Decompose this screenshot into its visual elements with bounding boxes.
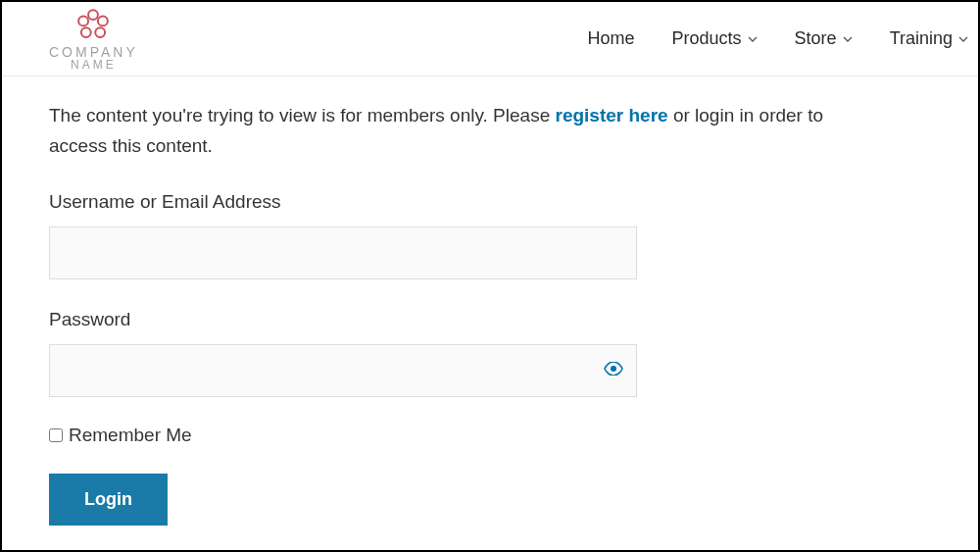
register-link[interactable]: register here <box>556 105 668 125</box>
login-button[interactable]: Login <box>49 474 168 526</box>
svg-point-4 <box>79 16 89 25</box>
remember-me-row: Remember Me <box>49 425 931 446</box>
remember-me-checkbox[interactable] <box>49 428 63 442</box>
site-logo[interactable]: COMPANY NAME <box>49 7 138 71</box>
password-label: Password <box>49 309 931 330</box>
nav-store[interactable]: Store <box>795 28 853 49</box>
nav-item-label: Training <box>890 28 953 49</box>
members-only-notice: The content you're trying to view is for… <box>49 100 882 162</box>
password-input[interactable] <box>49 344 637 397</box>
username-input[interactable] <box>49 226 637 279</box>
username-label: Username or Email Address <box>49 191 931 213</box>
notice-text-before: The content you're trying to view is for… <box>49 105 556 125</box>
svg-point-5 <box>611 366 616 372</box>
remember-me-label: Remember Me <box>69 425 192 446</box>
main-nav: Home Products Store Training <box>588 28 968 49</box>
nav-products[interactable]: Products <box>672 28 758 49</box>
logo-icon <box>73 7 114 42</box>
username-input-wrap <box>49 226 637 279</box>
eye-icon <box>604 362 623 376</box>
site-header: COMPANY NAME Home Products Store Trainin… <box>2 2 978 76</box>
nav-training[interactable]: Training <box>890 28 968 49</box>
svg-point-0 <box>88 10 98 20</box>
svg-point-3 <box>81 27 91 37</box>
nav-item-label: Home <box>588 28 635 49</box>
username-group: Username or Email Address <box>49 191 931 279</box>
chevron-down-icon <box>958 34 968 44</box>
nav-item-label: Products <box>672 28 742 49</box>
logo-text-line1: COMPANY <box>49 45 138 59</box>
nav-item-label: Store <box>795 28 837 49</box>
chevron-down-icon <box>843 34 853 44</box>
nav-home[interactable]: Home <box>588 28 635 49</box>
password-group: Password <box>49 309 931 397</box>
chevron-down-icon <box>748 34 758 44</box>
password-visibility-toggle[interactable] <box>604 362 623 379</box>
main-content: The content you're trying to view is for… <box>2 76 978 552</box>
svg-point-1 <box>98 16 108 25</box>
logo-text-line2: NAME <box>71 59 117 71</box>
svg-point-2 <box>96 27 106 37</box>
password-input-wrap <box>49 344 637 397</box>
